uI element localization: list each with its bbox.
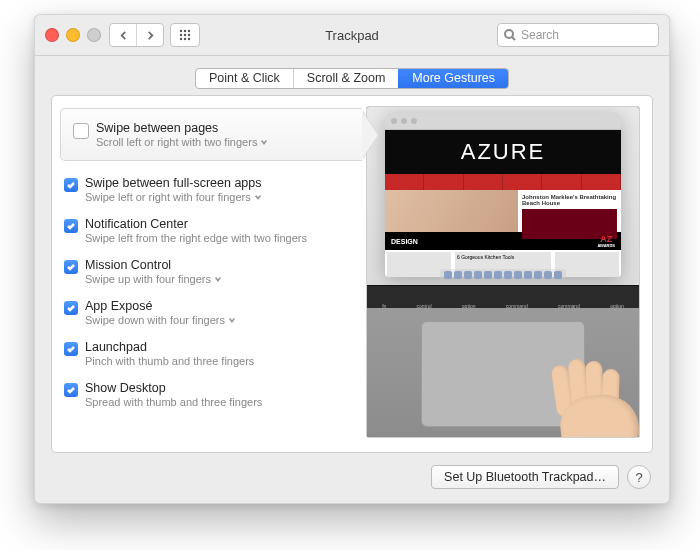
gesture-text: Swipe between full-screen appsSwipe left…: [85, 176, 262, 203]
preview-nav-bar: [385, 174, 621, 190]
preview-article-image: [385, 190, 518, 232]
chevron-right-icon: [146, 31, 155, 40]
gesture-option[interactable]: Notification CenterSwipe left from the r…: [52, 210, 362, 251]
show-all-button[interactable]: [170, 23, 200, 47]
svg-point-3: [180, 34, 182, 36]
gesture-subtitle[interactable]: Swipe left or right with four fingers: [85, 191, 262, 203]
checkmark-icon: [66, 262, 76, 272]
preview-browser-window: AZURE Johnston Marklee's Breathtaking Be…: [385, 113, 621, 277]
window-controls: [45, 28, 101, 42]
gesture-subtitle: Swipe left from the right edge with two …: [85, 232, 307, 244]
grid-icon: [179, 29, 191, 41]
preview-hand: [523, 347, 640, 438]
chevron-down-icon: [228, 316, 236, 324]
search-field[interactable]: Search: [497, 23, 659, 47]
preview-brand: AZURE: [385, 130, 621, 174]
gesture-text: Swipe between pagesScroll left or right …: [96, 121, 268, 148]
back-button[interactable]: [110, 24, 136, 46]
tab-scroll-zoom[interactable]: Scroll & Zoom: [293, 69, 399, 88]
gesture-option[interactable]: Swipe between full-screen appsSwipe left…: [52, 169, 362, 210]
preview-trackpad-area: [367, 308, 639, 437]
gesture-option[interactable]: App ExposéSwipe down with four fingers: [52, 292, 362, 333]
gesture-title: Notification Center: [85, 217, 307, 231]
preview-dock: [440, 269, 566, 283]
gesture-subtitle: Spread with thumb and three fingers: [85, 396, 262, 408]
gesture-title: Show Desktop: [85, 381, 262, 395]
svg-point-4: [184, 34, 186, 36]
gesture-checkbox[interactable]: [64, 342, 78, 356]
preview-column: AZURE Johnston Marklee's Breathtaking Be…: [362, 96, 652, 452]
gesture-title: Swipe between pages: [96, 121, 268, 135]
tabs-row: Point & ClickScroll & ZoomMore Gestures: [35, 56, 669, 95]
preview-section-label: DESIGN: [391, 238, 418, 245]
titlebar: Trackpad Search: [35, 15, 669, 56]
checkmark-icon: [66, 180, 76, 190]
chevron-down-icon: [254, 193, 262, 201]
gesture-title: App Exposé: [85, 299, 236, 313]
svg-point-1: [184, 30, 186, 32]
gesture-preview: AZURE Johnston Marklee's Breathtaking Be…: [366, 106, 640, 438]
gesture-title: Swipe between full-screen apps: [85, 176, 262, 190]
content-area: Swipe between pagesScroll left or right …: [51, 95, 653, 453]
gesture-text: App ExposéSwipe down with four fingers: [85, 299, 236, 326]
svg-point-6: [180, 38, 182, 40]
preview-az-sub: AWARDS: [597, 244, 615, 248]
tab-point-click[interactable]: Point & Click: [196, 69, 293, 88]
gesture-checkbox[interactable]: [64, 178, 78, 192]
gesture-checkbox[interactable]: [64, 301, 78, 315]
checkmark-icon: [66, 221, 76, 231]
minimize-window-button[interactable]: [66, 28, 80, 42]
gesture-option[interactable]: Swipe between pagesScroll left or right …: [60, 108, 362, 161]
gesture-subtitle[interactable]: Swipe up with four fingers: [85, 273, 222, 285]
search-icon: [504, 29, 516, 41]
svg-point-5: [188, 34, 190, 36]
chevron-down-icon: [260, 138, 268, 146]
gesture-option[interactable]: Mission ControlSwipe up with four finger…: [52, 251, 362, 292]
setup-bluetooth-button[interactable]: Set Up Bluetooth Trackpad…: [431, 465, 619, 489]
zoom-window-button[interactable]: [87, 28, 101, 42]
svg-point-0: [180, 30, 182, 32]
svg-point-2: [188, 30, 190, 32]
tab-segmented-control: Point & ClickScroll & ZoomMore Gestures: [195, 68, 509, 89]
gesture-text: Show DesktopSpread with thumb and three …: [85, 381, 262, 408]
tab-more-gestures[interactable]: More Gestures: [398, 69, 508, 88]
gesture-option[interactable]: Show DesktopSpread with thumb and three …: [52, 374, 362, 415]
gesture-text: LaunchpadPinch with thumb and three fing…: [85, 340, 254, 367]
preview-side-headline: Johnston Marklee's Breathtaking Beach Ho…: [522, 194, 617, 206]
checkmark-icon: [66, 385, 76, 395]
svg-point-9: [505, 30, 513, 38]
nav-back-forward: [109, 23, 164, 47]
gesture-checkbox[interactable]: [73, 123, 89, 139]
gesture-options-list: Swipe between pagesScroll left or right …: [52, 96, 362, 452]
gesture-text: Mission ControlSwipe up with four finger…: [85, 258, 222, 285]
close-window-button[interactable]: [45, 28, 59, 42]
preview-browser-chrome: [385, 113, 621, 130]
checkmark-icon: [66, 303, 76, 313]
search-placeholder: Search: [521, 28, 559, 42]
gesture-title: Mission Control: [85, 258, 222, 272]
svg-line-10: [512, 37, 515, 40]
svg-point-8: [188, 38, 190, 40]
preview-article-row: Johnston Marklee's Breathtaking Beach Ho…: [385, 190, 621, 232]
preview-screen: AZURE Johnston Marklee's Breathtaking Be…: [367, 107, 639, 286]
preview-small-headline: 6 Gorgeous Kitchen Tools: [455, 252, 551, 262]
forward-button[interactable]: [136, 24, 163, 46]
chevron-left-icon: [119, 31, 128, 40]
gesture-option[interactable]: LaunchpadPinch with thumb and three fing…: [52, 333, 362, 374]
gesture-text: Notification CenterSwipe left from the r…: [85, 217, 307, 244]
gesture-subtitle: Pinch with thumb and three fingers: [85, 355, 254, 367]
checkmark-icon: [66, 344, 76, 354]
chevron-down-icon: [214, 275, 222, 283]
gesture-title: Launchpad: [85, 340, 254, 354]
svg-point-7: [184, 38, 186, 40]
footer: Set Up Bluetooth Trackpad… ?: [35, 465, 669, 503]
gesture-subtitle[interactable]: Swipe down with four fingers: [85, 314, 236, 326]
gesture-checkbox[interactable]: [64, 219, 78, 233]
gesture-subtitle[interactable]: Scroll left or right with two fingers: [96, 136, 268, 148]
help-button[interactable]: ?: [627, 465, 651, 489]
preferences-window: Trackpad Search Point & ClickScroll & Zo…: [34, 14, 670, 504]
gesture-checkbox[interactable]: [64, 260, 78, 274]
preview-article-side: Johnston Marklee's Breathtaking Beach Ho…: [518, 190, 621, 232]
gesture-checkbox[interactable]: [64, 383, 78, 397]
